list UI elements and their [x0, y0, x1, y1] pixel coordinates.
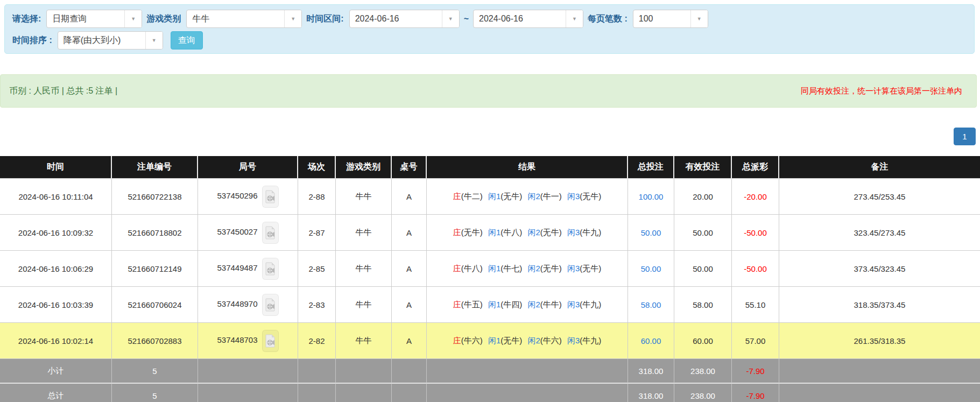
cell-payout: 57.00 — [732, 323, 779, 359]
cell-round-id: 537450027 — [198, 215, 298, 251]
cell-total-bet: 58.00 — [628, 287, 674, 323]
query-type-label: 请选择: — [12, 13, 41, 25]
table-row[interactable]: 2024-06-16 10:09:32 521660718802 5374500… — [0, 215, 980, 251]
cell-bet-id: 521660718802 — [112, 215, 198, 251]
video-replay-button[interactable] — [262, 222, 279, 244]
currency-total-text: 币别 : 人民币 | 总共 :5 注单 | — [9, 86, 117, 97]
cell-payout: -50.00 — [732, 215, 779, 251]
cell-time: 2024-06-16 10:09:32 — [0, 215, 112, 251]
sort-order-value: 降幂(由大到小) — [58, 32, 145, 49]
page-size-label: 每页笔数 : — [588, 13, 628, 25]
col-header-payout: 总派彩 — [732, 156, 779, 179]
cell-note: 273.45/253.45 — [779, 179, 980, 215]
total-row: 总计 5 318.00 238.00 -7.90 — [0, 384, 980, 402]
cell-valid-bet: 58.00 — [674, 287, 732, 323]
rule-notice-text: 同局有效投注，统一计算在该局第一张注单内 — [801, 86, 962, 96]
cell-session: 2-85 — [298, 251, 336, 287]
subtotal-row: 小计 5 318.00 238.00 -7.90 — [0, 359, 980, 384]
total-count: 5 — [112, 384, 198, 402]
range-separator: ~ — [464, 14, 469, 24]
sort-order-select[interactable]: 降幂(由大到小) ▼ — [58, 31, 163, 50]
table-row[interactable]: 2024-06-16 10:03:39 521660706024 5374489… — [0, 287, 980, 323]
query-type-value: 日期查询 — [47, 10, 124, 27]
date-from-select[interactable]: 2024-06-16 ▼ — [349, 10, 460, 28]
cell-game-type: 牛牛 — [336, 323, 392, 359]
cell-valid-bet: 50.00 — [674, 251, 732, 287]
filter-panel: 请选择: 日期查询 ▼ 游戏类别 牛牛 ▼ 时间区间: 2024-06-16 ▼… — [4, 4, 975, 54]
chevron-down-icon[interactable]: ▼ — [284, 10, 301, 27]
subtotal-valid-bet: 238.00 — [674, 359, 732, 384]
cell-round-id: 537449487 — [198, 251, 298, 287]
film-icon — [265, 334, 276, 348]
chevron-down-icon[interactable]: ▼ — [566, 10, 583, 27]
game-category-select[interactable]: 牛牛 ▼ — [186, 10, 302, 28]
cell-bet-id: 521660712149 — [112, 251, 198, 287]
video-replay-button[interactable] — [262, 330, 279, 352]
cell-bet-id: 521660702883 — [112, 323, 198, 359]
query-type-select[interactable]: 日期查询 ▼ — [46, 10, 142, 28]
page-button-1[interactable]: 1 — [954, 128, 976, 145]
film-icon — [265, 190, 276, 203]
search-button[interactable]: 查询 — [171, 31, 203, 50]
cell-result: 庄(牛六) 闲1(无牛) 闲2(牛六) 闲3(牛九) — [427, 323, 628, 359]
date-to-select[interactable]: 2024-06-16 ▼ — [473, 10, 583, 28]
subtotal-count: 5 — [112, 359, 198, 384]
chevron-down-icon[interactable]: ▼ — [442, 10, 459, 27]
cell-game-type: 牛牛 — [336, 179, 392, 215]
cell-total-bet: 50.00 — [628, 215, 674, 251]
cell-result: 庄(牛五) 闲1(牛四) 闲2(牛牛) 闲3(牛九) — [427, 287, 628, 323]
cell-time: 2024-06-16 10:03:39 — [0, 287, 112, 323]
table-row[interactable]: 2024-06-16 10:02:14 521660702883 5374487… — [0, 323, 980, 359]
cell-note: 261.35/318.35 — [779, 323, 980, 359]
chevron-down-icon[interactable]: ▼ — [690, 10, 708, 27]
pagination: 1 — [954, 128, 976, 145]
date-to-value: 2024-06-16 — [474, 10, 566, 27]
subtotal-label: 小计 — [0, 359, 112, 384]
col-header-session: 场次 — [298, 156, 336, 179]
table-row[interactable]: 2024-06-16 10:06:29 521660712149 5374494… — [0, 251, 980, 287]
filter-row-2: 时间排序 : 降幂(由大到小) ▼ 查询 — [12, 31, 967, 50]
cell-result: 庄(牛八) 闲1(牛七) 闲2(无牛) 闲3(无牛) — [427, 251, 628, 287]
page-size-select[interactable]: 100 ▼ — [633, 10, 708, 28]
video-replay-button[interactable] — [262, 294, 279, 316]
col-header-total-bet: 总投注 — [628, 156, 674, 179]
cell-round-id: 537448703 — [198, 323, 298, 359]
chevron-down-icon[interactable]: ▼ — [124, 10, 142, 27]
subtotal-total-bet: 318.00 — [628, 359, 674, 384]
film-icon — [265, 226, 276, 239]
col-header-valid-bet: 有效投注 — [674, 156, 732, 179]
cell-result: 庄(牛二) 闲1(无牛) 闲2(牛一) 闲3(无牛) — [427, 179, 628, 215]
cell-result: 庄(无牛) 闲1(牛八) 闲2(无牛) 闲3(牛九) — [427, 215, 628, 251]
cell-total-bet: 50.00 — [628, 251, 674, 287]
total-payout: -7.90 — [732, 384, 779, 402]
col-header-note: 备注 — [779, 156, 980, 179]
cell-table-no: A — [392, 287, 427, 323]
chevron-down-icon[interactable]: ▼ — [145, 32, 163, 49]
cell-round-id: 537448970 — [198, 287, 298, 323]
total-label: 总计 — [0, 384, 112, 402]
table-body: 2024-06-16 10:11:04 521660722138 5374502… — [0, 179, 980, 402]
film-icon — [265, 298, 276, 312]
cell-payout: -20.00 — [732, 179, 779, 215]
cell-total-bet: 100.00 — [628, 179, 674, 215]
total-total-bet: 318.00 — [628, 384, 674, 402]
table-row[interactable]: 2024-06-16 10:11:04 521660722138 5374502… — [0, 179, 980, 215]
subtotal-payout: -7.90 — [732, 359, 779, 384]
col-header-game-type: 游戏类别 — [336, 156, 392, 179]
cell-valid-bet: 60.00 — [674, 323, 732, 359]
video-replay-button[interactable] — [262, 186, 279, 208]
cell-session: 2-82 — [298, 323, 336, 359]
cell-time: 2024-06-16 10:11:04 — [0, 179, 112, 215]
page-size-value: 100 — [633, 10, 690, 27]
cell-total-bet: 60.00 — [628, 323, 674, 359]
game-category-value: 牛牛 — [187, 10, 284, 27]
col-header-result: 结果 — [427, 156, 628, 179]
video-replay-button[interactable] — [262, 258, 279, 280]
cell-table-no: A — [392, 215, 427, 251]
sort-order-label: 时间排序 : — [12, 35, 52, 46]
cell-round-id: 537450296 — [198, 179, 298, 215]
cell-bet-id: 521660722138 — [112, 179, 198, 215]
col-header-bet-id: 注单编号 — [112, 156, 198, 179]
cell-valid-bet: 50.00 — [674, 215, 732, 251]
cell-note: 373.45/323.45 — [779, 251, 980, 287]
